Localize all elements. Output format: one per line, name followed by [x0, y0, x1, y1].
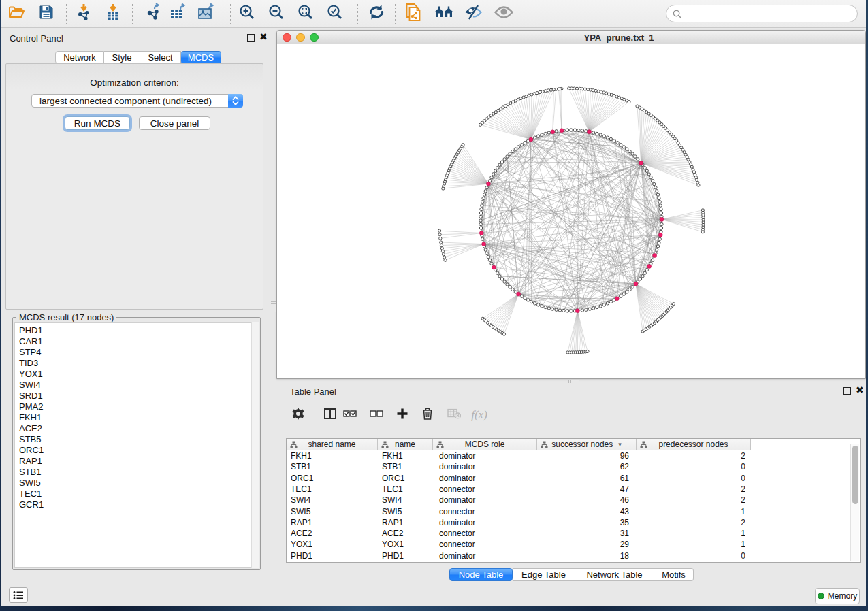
- mcds-result-item[interactable]: STP4: [19, 347, 258, 358]
- mcds-result-item[interactable]: YOX1: [19, 369, 258, 380]
- zoom-in-icon[interactable]: [239, 4, 255, 23]
- table-scrollbar-thumb[interactable]: [852, 446, 858, 504]
- table-row[interactable]: ACE2ACE2connector311: [287, 528, 860, 539]
- tab-edge-table[interactable]: Edge Table: [513, 568, 575, 581]
- mcds-result-list[interactable]: PHD1CAR1STP4TID3YOX1SWI4SRD1PMA2FKH1ACE2…: [14, 322, 259, 568]
- mcds-result-item[interactable]: CAR1: [19, 336, 258, 347]
- select-all-icon[interactable]: [343, 409, 357, 421]
- network-window: YPA_prune.txt_1: [276, 30, 866, 379]
- tab-mcds[interactable]: MCDS: [181, 51, 221, 64]
- mcds-result-item[interactable]: TEC1: [19, 489, 258, 499]
- window-close-icon[interactable]: [283, 33, 291, 42]
- function-builder-icon[interactable]: f(x): [471, 408, 487, 422]
- table-settings-icon[interactable]: [292, 408, 305, 423]
- search-input[interactable]: [681, 9, 857, 19]
- show-columns-icon[interactable]: [324, 408, 336, 422]
- table-row[interactable]: SWI4SWI4dominator462: [287, 495, 860, 506]
- close-panel-button[interactable]: Close panel: [139, 116, 210, 130]
- apply-layout-icon[interactable]: [368, 4, 385, 23]
- show-selected-icon[interactable]: [494, 5, 514, 22]
- toolbar-separator: [357, 4, 358, 24]
- mcds-result-item[interactable]: FKH1: [19, 412, 258, 423]
- import-table-icon[interactable]: [105, 3, 121, 24]
- column-header-successor-nodes[interactable]: successor nodes▾: [537, 439, 637, 450]
- table-row[interactable]: YOX1YOX1connector291: [287, 539, 860, 550]
- mcds-result-item[interactable]: TID3: [19, 358, 258, 369]
- deselect-all-icon[interactable]: [370, 409, 383, 421]
- memory-label: Memory: [828, 591, 857, 601]
- table-cell: RAP1: [291, 517, 312, 528]
- window-minimize-icon[interactable]: [296, 33, 305, 42]
- network-window-titlebar[interactable]: YPA_prune.txt_1: [277, 31, 865, 44]
- table-row[interactable]: ORC1ORC1dominator610: [287, 473, 860, 484]
- export-image-icon[interactable]: [197, 3, 216, 24]
- table-cell: connector: [439, 539, 475, 550]
- tab-select[interactable]: Select: [140, 51, 181, 64]
- table-cell: 2: [637, 484, 745, 495]
- table-scrollbar[interactable]: [850, 444, 859, 561]
- table-cell: ACE2: [382, 528, 403, 539]
- window-zoom-icon[interactable]: [310, 33, 319, 42]
- network-view[interactable]: [277, 44, 865, 378]
- zoom-selected-icon[interactable]: [327, 4, 343, 23]
- column-header-MCDS-role[interactable]: MCDS role: [433, 439, 537, 450]
- column-header-shared-name[interactable]: shared name: [287, 439, 378, 450]
- tab-network[interactable]: Network: [55, 51, 104, 64]
- save-session-icon[interactable]: [39, 5, 54, 22]
- tab-node-table[interactable]: Node Table: [449, 568, 513, 581]
- table-cell: 2: [637, 517, 745, 528]
- mcds-result-item[interactable]: PHD1: [19, 325, 258, 336]
- column-header-predecessor-nodes[interactable]: predecessor nodes: [637, 439, 751, 450]
- delete-table-icon[interactable]: [447, 409, 461, 422]
- export-table-icon[interactable]: [170, 3, 189, 24]
- table-cell: 46: [537, 495, 629, 506]
- task-history-button[interactable]: [9, 587, 28, 603]
- clone-network-icon[interactable]: [406, 3, 423, 24]
- add-column-icon[interactable]: [397, 408, 408, 423]
- mcds-result-item[interactable]: SWI4: [19, 380, 258, 391]
- open-file-icon[interactable]: [8, 5, 25, 22]
- mcds-result-item[interactable]: ACE2: [19, 423, 258, 434]
- mcds-result-scrollbar[interactable]: [251, 322, 259, 568]
- delete-column-icon[interactable]: [422, 408, 433, 423]
- table-row[interactable]: SWI5SWI5connector431: [287, 506, 860, 517]
- table-cell: SWI4: [382, 495, 402, 506]
- tab-network-table[interactable]: Network Table: [575, 568, 654, 581]
- table-row[interactable]: RAP1RAP1dominator352: [287, 517, 860, 528]
- show-all-networks-icon[interactable]: [434, 5, 454, 22]
- optimization-criterion-select[interactable]: largest connected component (undirected): [31, 94, 243, 108]
- vertical-splitter-grip[interactable]: [271, 301, 276, 312]
- mcds-result-item[interactable]: RAP1: [19, 456, 258, 467]
- mcds-result-item[interactable]: STB5: [19, 434, 258, 445]
- zoom-out-icon[interactable]: [268, 4, 285, 23]
- table-cell: 35: [537, 517, 629, 528]
- column-header-name[interactable]: name: [378, 439, 433, 450]
- zoom-fit-icon[interactable]: [298, 4, 314, 23]
- close-panel-icon[interactable]: ✖: [259, 33, 267, 41]
- tab-style[interactable]: Style: [104, 51, 140, 64]
- memory-button[interactable]: Memory: [815, 588, 860, 604]
- tab-motifs[interactable]: Motifs: [654, 568, 694, 581]
- mcds-result-item[interactable]: STB1: [19, 467, 258, 478]
- float-panel-icon[interactable]: [247, 34, 255, 42]
- table-row[interactable]: TEC1TEC1connector472: [287, 484, 860, 495]
- table-cell: FKH1: [382, 450, 403, 461]
- close-table-panel-icon[interactable]: ✖: [856, 386, 863, 394]
- mcds-result-item[interactable]: SRD1: [19, 391, 258, 401]
- search-box[interactable]: [666, 5, 858, 22]
- mcds-result-item[interactable]: ORC1: [19, 445, 258, 456]
- table-row[interactable]: STB1STB1dominator620: [287, 461, 860, 472]
- run-mcds-button[interactable]: Run MCDS: [65, 116, 130, 130]
- table-row[interactable]: PHD1PHD1dominator180: [287, 550, 860, 561]
- table-cell: 29: [537, 539, 629, 550]
- import-network-icon[interactable]: [76, 3, 92, 24]
- mcds-tab-content: Optimization criterion: largest connecte…: [5, 63, 263, 310]
- horizontal-splitter-grip[interactable]: [568, 380, 579, 383]
- export-network-icon[interactable]: [146, 3, 163, 24]
- table-row[interactable]: FKH1FKH1dominator962: [287, 450, 860, 461]
- mcds-result-item[interactable]: GCR1: [19, 499, 258, 510]
- float-table-panel-icon[interactable]: [843, 387, 851, 395]
- mcds-result-item[interactable]: PMA2: [19, 401, 258, 412]
- mcds-result-item[interactable]: SWI5: [19, 478, 258, 489]
- hide-selected-icon[interactable]: [464, 5, 483, 22]
